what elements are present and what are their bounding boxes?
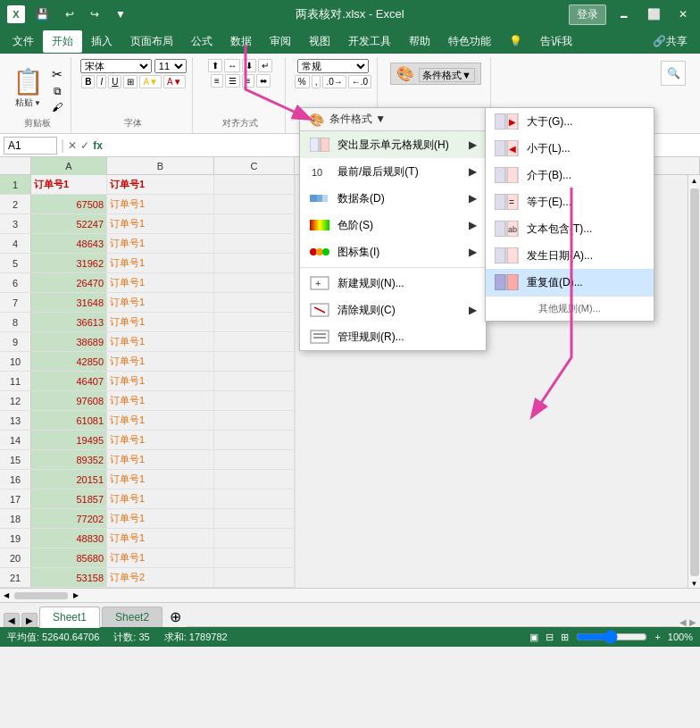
cell-c-6[interactable] bbox=[214, 273, 295, 293]
merge-button[interactable]: ⬌ bbox=[256, 74, 271, 88]
cut-button[interactable]: ✂ bbox=[49, 66, 65, 82]
row-num-14[interactable]: 14 bbox=[0, 431, 31, 450]
cell-a-16[interactable]: 20151 bbox=[31, 470, 107, 490]
cell-b-10[interactable]: 订单号1 bbox=[107, 352, 214, 372]
cell-b-6[interactable]: 订单号1 bbox=[107, 273, 214, 293]
cell-c-16[interactable] bbox=[214, 470, 295, 490]
menu-home[interactable]: 开始 bbox=[43, 30, 82, 53]
horizontal-scrollbar[interactable]: ◀ ▶ bbox=[0, 588, 700, 602]
cell-b-17[interactable]: 订单号1 bbox=[107, 490, 214, 509]
increase-decimal-button[interactable]: .0→ bbox=[322, 75, 346, 88]
font-color-button[interactable]: A▼ bbox=[163, 75, 186, 88]
cell-a-12[interactable]: 97608 bbox=[31, 391, 107, 411]
cell-b-3[interactable]: 订单号1 bbox=[107, 214, 214, 234]
login-button[interactable]: 登录 bbox=[569, 4, 606, 25]
cell-c-20[interactable] bbox=[214, 548, 295, 568]
customize-button[interactable]: ▼ bbox=[110, 6, 131, 22]
cell-c-14[interactable] bbox=[214, 431, 295, 450]
font-name-select[interactable]: 宋体 bbox=[80, 59, 152, 73]
format-painter-button[interactable]: 🖌 bbox=[49, 100, 65, 114]
paste-button[interactable]: 📋 粘贴▼ bbox=[9, 65, 47, 111]
cf-item-newrule[interactable]: + 新建规则(N)... bbox=[300, 270, 486, 297]
cell-b-19[interactable]: 订单号1 bbox=[107, 529, 214, 548]
border-button[interactable]: ⊞ bbox=[123, 75, 138, 88]
cell-b-16[interactable]: 订单号1 bbox=[107, 470, 214, 490]
menu-insert[interactable]: 插入 bbox=[82, 30, 121, 53]
sheet-tab-next[interactable]: ▶ bbox=[21, 613, 38, 627]
cell-c-11[interactable] bbox=[214, 372, 295, 391]
cell-b-5[interactable]: 订单号1 bbox=[107, 254, 214, 273]
view-page-icon[interactable]: ⊞ bbox=[561, 632, 569, 643]
cell-b-13[interactable]: 订单号1 bbox=[107, 411, 214, 431]
cell-a-1[interactable]: 订单号1 bbox=[31, 175, 107, 195]
font-size-select[interactable]: 11 bbox=[154, 59, 187, 73]
cell-a-4[interactable]: 48643 bbox=[31, 234, 107, 254]
cell-c-13[interactable] bbox=[214, 411, 295, 431]
number-format-select[interactable]: 常规 bbox=[297, 59, 369, 73]
cell-a-17[interactable]: 51857 bbox=[31, 490, 107, 509]
cell-a-19[interactable]: 48830 bbox=[31, 529, 107, 548]
redo-button[interactable]: ↪ bbox=[85, 6, 104, 22]
row-num-9[interactable]: 9 bbox=[0, 332, 31, 352]
align-left-button[interactable]: ≡ bbox=[211, 74, 223, 88]
italic-button[interactable]: I bbox=[96, 75, 106, 88]
cell-c-15[interactable] bbox=[214, 450, 295, 470]
cf-item-iconset[interactable]: 图标集(I) ▶ bbox=[300, 238, 486, 265]
row-num-4[interactable]: 4 bbox=[0, 234, 31, 254]
cell-b-9[interactable]: 订单号1 bbox=[107, 332, 214, 352]
cell-c-12[interactable] bbox=[214, 391, 295, 411]
cell-a-11[interactable]: 46407 bbox=[31, 372, 107, 391]
menu-developer[interactable]: 开发工具 bbox=[339, 30, 400, 53]
sub-item-less[interactable]: ◀ 小于(L)... bbox=[486, 135, 654, 162]
cancel-icon[interactable]: ✕ bbox=[68, 139, 77, 152]
cell-b-1[interactable]: 订单号1 bbox=[107, 175, 214, 195]
cell-b-4[interactable]: 订单号1 bbox=[107, 234, 214, 254]
cell-b-11[interactable]: 订单号1 bbox=[107, 372, 214, 391]
row-num-10[interactable]: 10 bbox=[0, 352, 31, 372]
menu-view[interactable]: 视图 bbox=[300, 30, 339, 53]
align-bottom-button[interactable]: ⬇ bbox=[242, 59, 256, 72]
view-layout-icon[interactable]: ⊟ bbox=[546, 632, 554, 643]
cell-c-8[interactable] bbox=[214, 313, 295, 332]
row-num-17[interactable]: 17 bbox=[0, 490, 31, 509]
cell-a-2[interactable]: 67508 bbox=[31, 195, 107, 214]
undo-button[interactable]: ↩ bbox=[60, 6, 79, 22]
cell-b-7[interactable]: 订单号1 bbox=[107, 293, 214, 313]
cell-a-20[interactable]: 85680 bbox=[31, 548, 107, 568]
sub-item-contains[interactable]: ab 文本包含(T)... bbox=[486, 215, 654, 242]
sub-item-equal[interactable]: = 等于(E)... bbox=[486, 188, 654, 215]
maximize-button[interactable]: ⬜ bbox=[642, 6, 666, 22]
sub-item-greater[interactable]: ▶ 大于(G)... bbox=[486, 108, 654, 135]
add-sheet-button[interactable]: ⊕ bbox=[164, 607, 187, 627]
align-middle-button[interactable]: ↔ bbox=[224, 59, 240, 72]
cell-c-3[interactable] bbox=[214, 214, 295, 234]
cell-a-15[interactable]: 89352 bbox=[31, 450, 107, 470]
sub-item-between[interactable]: 介于(B)... bbox=[486, 162, 654, 188]
row-num-3[interactable]: 3 bbox=[0, 214, 31, 234]
minimize-button[interactable]: 🗕 bbox=[613, 6, 635, 22]
cell-b-14[interactable]: 订单号1 bbox=[107, 431, 214, 450]
zoom-slider[interactable] bbox=[576, 630, 647, 644]
cf-item-clearrule[interactable]: 清除规则(C) ▶ bbox=[300, 297, 486, 323]
row-num-1[interactable]: 1 bbox=[0, 175, 31, 195]
confirm-icon[interactable]: ✓ bbox=[80, 139, 89, 152]
cell-a-13[interactable]: 61081 bbox=[31, 411, 107, 431]
menu-formula[interactable]: 公式 bbox=[182, 30, 221, 53]
menu-data[interactable]: 数据 bbox=[221, 30, 261, 53]
close-button[interactable]: ✕ bbox=[673, 6, 693, 22]
cf-menu-header[interactable]: 🎨 条件格式 ▼ bbox=[300, 108, 486, 131]
fill-color-button[interactable]: A▼ bbox=[139, 75, 162, 88]
cell-b-2[interactable]: 订单号1 bbox=[107, 195, 214, 214]
cell-c-2[interactable] bbox=[214, 195, 295, 214]
row-num-19[interactable]: 19 bbox=[0, 529, 31, 548]
sheet-tab-prev[interactable]: ◀ bbox=[4, 613, 20, 627]
cell-a-21[interactable]: 53158 bbox=[31, 568, 107, 588]
row-num-12[interactable]: 12 bbox=[0, 391, 31, 411]
cell-b-8[interactable]: 订单号1 bbox=[107, 313, 214, 332]
cf-item-colorscale[interactable]: 色阶(S) ▶ bbox=[300, 212, 486, 238]
cell-c-4[interactable] bbox=[214, 234, 295, 254]
cell-b-20[interactable]: 订单号1 bbox=[107, 548, 214, 568]
cell-a-5[interactable]: 31962 bbox=[31, 254, 107, 273]
search-button[interactable]: 🔍 bbox=[661, 61, 686, 86]
cell-a-6[interactable]: 26470 bbox=[31, 273, 107, 293]
